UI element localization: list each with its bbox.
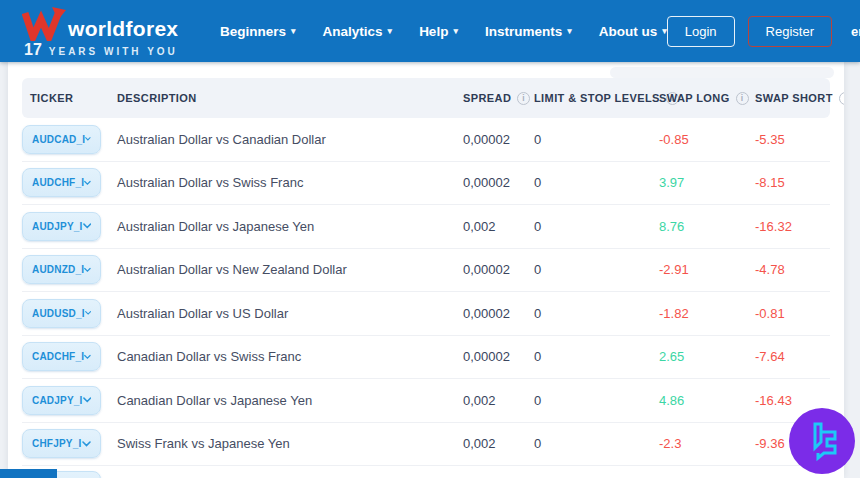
column-header-swap-long: SWAP LONGi bbox=[659, 92, 755, 105]
bottom-left-element-cutoff bbox=[0, 469, 57, 478]
column-header-spread: SPREADi bbox=[463, 92, 534, 105]
chevron-down-icon: ▾ bbox=[453, 26, 458, 36]
instruments-table-card: TICKER DESCRIPTION SPREADi LIMIT & STOP … bbox=[8, 62, 844, 478]
info-icon[interactable]: i bbox=[736, 92, 749, 105]
swap-short-cell: -0.81 bbox=[755, 306, 830, 321]
ticker-cell: AUDCHF_I bbox=[22, 168, 117, 197]
table-header-row: TICKER DESCRIPTION SPREADi LIMIT & STOP … bbox=[22, 78, 830, 118]
language-selector[interactable]: en▾ bbox=[851, 24, 860, 39]
chevron-down-icon bbox=[84, 267, 91, 273]
chevron-down-icon: ▾ bbox=[662, 26, 667, 36]
spread-cell: 0,002 bbox=[463, 219, 534, 234]
ticker-cell: CADCHF_I bbox=[22, 342, 117, 371]
column-header-limit-stop-levels: LIMIT & STOP LEVELSi bbox=[534, 92, 659, 105]
swap-long-cell: 2.65 bbox=[659, 349, 755, 364]
header: worldforex 17 YEARS WITH YOU Beginners▾ … bbox=[0, 0, 860, 62]
spread-cell: 0,00002 bbox=[463, 132, 534, 147]
tagline-text: YEARS WITH YOU bbox=[49, 46, 178, 57]
ticker-pill[interactable]: AUDNZD_I bbox=[22, 255, 101, 284]
login-button[interactable]: Login bbox=[667, 16, 735, 47]
limit-stop-cell: 0 bbox=[534, 262, 659, 277]
chevron-down-icon bbox=[84, 354, 91, 360]
tagline-years: 17 bbox=[24, 41, 42, 59]
table-row: AUDCHF_I Australian Dollar vs Swiss Fran… bbox=[22, 162, 830, 206]
limit-stop-cell: 0 bbox=[534, 175, 659, 190]
info-icon[interactable]: i bbox=[517, 92, 530, 105]
description-cell: Australian Dollar vs Swiss Franc bbox=[117, 175, 463, 190]
ticker-label: AUDCAD_I bbox=[32, 134, 85, 145]
ticker-label: CADJPY_I bbox=[32, 395, 83, 406]
column-header-swap-short: SWAP SHORTi bbox=[755, 92, 830, 105]
ticker-cell: AUDJPY_I bbox=[22, 212, 117, 241]
chevron-down-icon: ▾ bbox=[388, 26, 393, 36]
logo[interactable]: worldforex 17 YEARS WITH YOU bbox=[22, 0, 194, 62]
swap-short-cell: -16.32 bbox=[755, 219, 830, 234]
spread-cell: 0,00002 bbox=[463, 349, 534, 364]
chevron-down-icon: ▾ bbox=[291, 26, 296, 36]
ticker-label: AUDCHF_I bbox=[32, 177, 84, 188]
table-row: CHFJPY_I Swiss Frank vs Japanese Yen 0,0… bbox=[22, 423, 830, 467]
ticker-pill[interactable]: AUDCAD_I bbox=[22, 125, 101, 154]
spread-cell: 0,002 bbox=[463, 393, 534, 408]
swap-long-cell: -1.82 bbox=[659, 306, 755, 321]
limit-stop-cell: 0 bbox=[534, 306, 659, 321]
spread-cell: 0,00002 bbox=[463, 262, 534, 277]
ticker-pill[interactable]: CHFJPY_I bbox=[22, 429, 101, 458]
swap-long-cell: 4.86 bbox=[659, 393, 755, 408]
chevron-down-icon: ▾ bbox=[567, 26, 572, 36]
chat-widget-button[interactable] bbox=[789, 408, 855, 474]
nav-item-beginners[interactable]: Beginners▾ bbox=[220, 24, 296, 39]
description-cell: Australian Dollar vs New Zealand Dollar bbox=[117, 262, 463, 277]
spread-cell: 0,002 bbox=[463, 436, 534, 451]
search-box-cutoff bbox=[610, 67, 834, 78]
table-row: AUDJPY_I Australian Dollar vs Japanese Y… bbox=[22, 205, 830, 249]
swap-short-cell: -4.78 bbox=[755, 262, 830, 277]
ticker-pill[interactable]: AUDUSD_I bbox=[22, 299, 101, 328]
description-cell: Australian Dollar vs Japanese Yen bbox=[117, 219, 463, 234]
description-cell: Canadian Dollar vs Japanese Yen bbox=[117, 393, 463, 408]
nav-item-help[interactable]: Help▾ bbox=[419, 24, 458, 39]
ticker-pill[interactable]: AUDCHF_I bbox=[22, 168, 101, 197]
description-cell: Canadian Dollar vs Swiss Franc bbox=[117, 349, 463, 364]
ticker-cell: AUDCAD_I bbox=[22, 125, 117, 154]
logo-w-arrow-icon bbox=[22, 7, 66, 41]
info-icon[interactable]: i bbox=[839, 92, 844, 105]
ticker-label: AUDJPY_I bbox=[32, 221, 83, 232]
nav-item-about-us[interactable]: About us▾ bbox=[599, 24, 667, 39]
header-actions: Login Register en▾ bbox=[667, 16, 860, 47]
chat-widget-logo-icon bbox=[802, 420, 842, 462]
ticker-pill[interactable]: AUDJPY_I bbox=[22, 212, 101, 241]
instrument-rows: AUDCAD_I Australian Dollar vs Canadian D… bbox=[22, 118, 830, 466]
table-row: CADJPY_I Canadian Dollar vs Japanese Yen… bbox=[22, 379, 830, 423]
chevron-down-icon bbox=[83, 223, 91, 229]
ticker-pill[interactable]: CADJPY_I bbox=[22, 386, 101, 415]
ticker-cell: CHFJPY_I bbox=[22, 429, 117, 458]
limit-stop-cell: 0 bbox=[534, 349, 659, 364]
ticker-cell: AUDNZD_I bbox=[22, 255, 117, 284]
main-nav: Beginners▾ Analytics▾ Help▾ Instruments▾… bbox=[220, 24, 667, 39]
description-cell: Australian Dollar vs Canadian Dollar bbox=[117, 132, 463, 147]
ticker-cell: AUDUSD_I bbox=[22, 299, 117, 328]
swap-long-cell: 3.97 bbox=[659, 175, 755, 190]
ticker-pill[interactable]: CADCHF_I bbox=[22, 342, 101, 371]
column-header-ticker: TICKER bbox=[22, 92, 117, 104]
register-button[interactable]: Register bbox=[748, 16, 832, 47]
table-row: AUDNZD_I Australian Dollar vs New Zealan… bbox=[22, 249, 830, 293]
spread-cell: 0,00002 bbox=[463, 306, 534, 321]
limit-stop-cell: 0 bbox=[534, 219, 659, 234]
nav-item-instruments[interactable]: Instruments▾ bbox=[485, 24, 572, 39]
description-cell: Australian Dollar vs US Dollar bbox=[117, 306, 463, 321]
ticker-label: AUDUSD_I bbox=[32, 308, 85, 319]
chevron-down-icon bbox=[84, 180, 91, 186]
swap-short-cell: -5.35 bbox=[755, 132, 830, 147]
description-cell: Swiss Frank vs Japanese Yen bbox=[117, 436, 463, 451]
swap-long-cell: -2.3 bbox=[659, 436, 755, 451]
chevron-down-icon bbox=[82, 441, 91, 447]
ticker-label: CHFJPY_I bbox=[32, 438, 81, 449]
ticker-label: AUDNZD_I bbox=[32, 264, 84, 275]
nav-item-analytics[interactable]: Analytics▾ bbox=[323, 24, 393, 39]
ticker-label: CADCHF_I bbox=[32, 351, 84, 362]
swap-long-cell: -2.91 bbox=[659, 262, 755, 277]
swap-short-cell: -16.43 bbox=[755, 393, 830, 408]
table-row: AUDCAD_I Australian Dollar vs Canadian D… bbox=[22, 118, 830, 162]
